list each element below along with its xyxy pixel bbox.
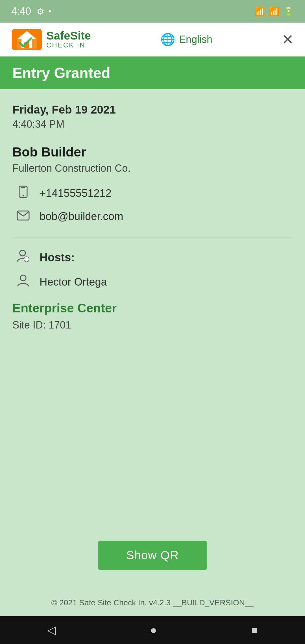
person-name: Bob Builder bbox=[12, 144, 293, 160]
hosts-row: i Hosts: bbox=[12, 249, 293, 266]
logo-checkin-text: CHECK IN bbox=[46, 41, 91, 49]
email-icon bbox=[15, 209, 31, 223]
svg-point-7 bbox=[23, 195, 24, 197]
host-name: Hector Ortega bbox=[40, 276, 107, 288]
close-button[interactable]: ✕ bbox=[282, 32, 294, 47]
svg-point-10 bbox=[24, 257, 29, 262]
home-button[interactable]: ● bbox=[150, 624, 157, 636]
phone-icon bbox=[15, 186, 31, 201]
back-button[interactable]: ◁ bbox=[47, 623, 56, 636]
phone-value: +14155551212 bbox=[40, 187, 112, 199]
person-company: Fullerton Construction Co. bbox=[12, 162, 293, 174]
email-value: bob@builder.com bbox=[40, 210, 123, 223]
svg-rect-6 bbox=[21, 187, 25, 188]
language-selector[interactable]: 🌐 English bbox=[160, 32, 212, 46]
site-name: Enterprise Center bbox=[12, 301, 293, 315]
main-content: Friday, Feb 19 2021 4:40:34 PM Bob Build… bbox=[0, 89, 305, 593]
recents-button[interactable]: ■ bbox=[251, 624, 258, 636]
entry-date: Friday, Feb 19 2021 bbox=[12, 103, 293, 116]
navbar: SafeSite CHECK IN 🌐 English ✕ bbox=[0, 23, 305, 56]
android-nav-bar: ◁ ● ■ bbox=[0, 616, 305, 644]
signal-icon: 📶 bbox=[269, 6, 279, 16]
footer: © 2021 Safe Site Check In. v4.2.3 __BUIL… bbox=[0, 593, 305, 616]
person-icon bbox=[15, 274, 31, 290]
settings-icon: ⚙ bbox=[37, 6, 44, 16]
wifi-icon: 📶 bbox=[254, 6, 265, 16]
hosts-label: Hosts: bbox=[40, 251, 75, 264]
battery-icon: 🔋 bbox=[283, 6, 294, 16]
svg-text:i: i bbox=[25, 258, 26, 262]
svg-point-9 bbox=[20, 250, 25, 256]
phone-row: +14155551212 bbox=[12, 186, 293, 201]
svg-point-12 bbox=[20, 275, 26, 281]
divider bbox=[12, 238, 293, 238]
entry-time: 4:40:34 PM bbox=[12, 118, 293, 130]
entry-title: Entry Granted bbox=[12, 64, 293, 81]
status-bar: 4:40 ⚙ • 📶 📶 🔋 bbox=[0, 0, 305, 23]
status-time: 4:40 bbox=[11, 5, 31, 17]
logo: SafeSite CHECK IN bbox=[11, 28, 91, 51]
logo-icon bbox=[11, 28, 42, 51]
logo-safesite-text: SafeSite bbox=[46, 30, 91, 41]
site-id: Site ID: 1701 bbox=[12, 319, 293, 331]
entry-banner: Entry Granted bbox=[0, 56, 305, 89]
svg-rect-8 bbox=[17, 211, 29, 220]
dot-icon: • bbox=[48, 6, 51, 16]
show-qr-button[interactable]: Show QR bbox=[98, 541, 207, 570]
email-row: bob@builder.com bbox=[12, 209, 293, 223]
footer-text: © 2021 Safe Site Check In. v4.2.3 __BUIL… bbox=[51, 598, 254, 607]
hosts-icon: i bbox=[15, 249, 31, 266]
host-person-row: Hector Ortega bbox=[12, 274, 293, 290]
close-icon: ✕ bbox=[282, 32, 294, 47]
language-label: English bbox=[179, 34, 212, 45]
globe-icon: 🌐 bbox=[160, 32, 175, 46]
